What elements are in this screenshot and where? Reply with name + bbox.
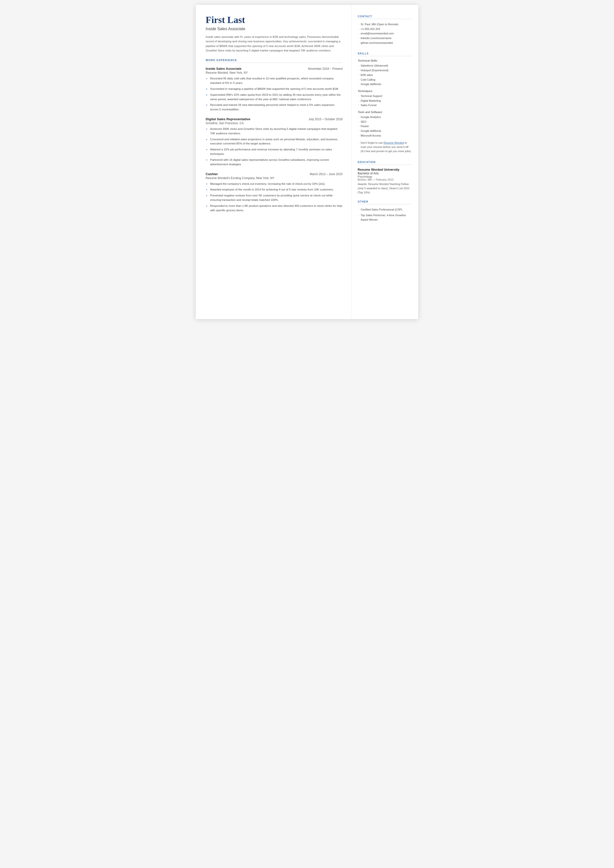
job-dates-2: July 2015 – October 2018	[309, 118, 343, 121]
skill-tool-4: Microsoft Access	[358, 133, 412, 138]
bullet-3-3: Prevented negative reviews from over 5K …	[206, 193, 343, 202]
job-header-1: Inside Sales Associate November 2018 – P…	[206, 67, 343, 70]
techniques-list: Technical Support Digital Marketing Sale…	[358, 94, 412, 107]
rw-note: Don't forget to use Resume Worded to sca…	[358, 141, 412, 153]
job-title-2: Digital Sales Representative	[206, 117, 250, 121]
skills-section: Technical Skills: Salesforce (Advanced) …	[358, 59, 412, 153]
bullet-3-2: Awarded employee of the month in 2014 fo…	[206, 188, 343, 192]
bullet-1-1: Recorded 95 daily cold calls that result…	[206, 76, 343, 86]
skill-tech-t2: Sales Funnel	[358, 103, 412, 107]
skill-tech-t0: Technical Support	[358, 94, 412, 98]
job-company-3: Resume Worded's Exciting Company, New Yo…	[206, 176, 343, 180]
skill-tech-4: Google AdWords	[358, 82, 412, 87]
left-column: First Last Inside Sales Associate Inside…	[196, 5, 352, 319]
job-dates-3: March 2013 – June 2015	[310, 173, 343, 176]
job-bullets-1: Recorded 95 daily cold calls that result…	[206, 76, 343, 112]
techniques-label: Techniques:	[358, 90, 412, 93]
other-item-0: Certified Sales Professional (CSP).	[358, 207, 412, 212]
other-section: Certified Sales Professional (CSP). Top …	[358, 207, 412, 222]
edu-school: Resume Worded University	[358, 168, 412, 171]
skill-tech-2: B2B sales	[358, 73, 412, 78]
job-title-3: Cashier	[206, 172, 218, 176]
rw-note-prefix: Don't forget to use	[361, 141, 384, 144]
skill-tool-0: Google Analytics	[358, 115, 412, 120]
job-title: Inside Sales Associate	[206, 27, 343, 31]
edu-location-date: Boston, MA — February 2013	[358, 178, 412, 181]
bullet-3-1: Managed the company's check-out inventor…	[206, 182, 343, 186]
other-list: Certified Sales Professional (CSP). Top …	[358, 207, 412, 222]
skill-tool-2: Pardot	[358, 124, 412, 129]
bullet-1-2: Succeeded in managing a pipeline of $800…	[206, 87, 343, 91]
other-item-1: Top Sales Performer, 4-time Growthsi Awa…	[358, 213, 412, 222]
bullet-1-4: Recruited and trained 28 new telemarketi…	[206, 103, 343, 112]
edu-awards: Awards: Resume Worded Teaching Fellow (o…	[358, 182, 412, 194]
skill-tech-t1: Digital Marketing	[358, 98, 412, 103]
job-company-2: Growthsi, San Francisco, CA	[206, 121, 343, 125]
job-company-1: Resume Worded, New York, NY	[206, 71, 343, 75]
bullet-3-4: Responded to more than 1.8K product ques…	[206, 204, 343, 213]
job-block-1: Inside Sales Associate November 2018 – P…	[206, 67, 343, 112]
job-block-3: Cashier March 2013 – June 2015 Resume Wo…	[206, 172, 343, 213]
skills-section-header: SKILLS	[358, 52, 412, 56]
education-section-header: EDUCATION	[358, 160, 412, 165]
right-column: CONTACT St. Paul, MN (Open to Remote) +1…	[352, 5, 418, 319]
job-dates-1: November 2018 – Present	[308, 67, 343, 70]
bullet-2-1: Achieved 300K clicks and Growthsi Store …	[206, 127, 343, 136]
other-section-header: OTHER	[358, 200, 412, 204]
job-bullets-2: Achieved 300K clicks and Growthsi Store …	[206, 127, 343, 167]
job-title-1: Inside Sales Associate	[206, 67, 242, 70]
bullet-2-3: Attained a 15% job performance and reven…	[206, 148, 343, 156]
technical-skills-list: Salesforce (Advanced) Hubspot (Experienc…	[358, 63, 412, 86]
skill-tech-3: Cold Calling	[358, 78, 412, 82]
tools-label: Tools and Software:	[358, 110, 412, 114]
job-header-3: Cashier March 2013 – June 2015	[206, 172, 343, 176]
contact-item-1: +1-555-252-333	[358, 27, 412, 31]
summary-text: Inside sales associate with 9+ years of …	[206, 35, 343, 53]
job-block-2: Digital Sales Representative July 2015 –…	[206, 117, 343, 167]
tools-list: Google Analytics SEO Pardot Google AdWor…	[358, 115, 412, 138]
contact-section-header: CONTACT	[358, 15, 412, 19]
rw-link[interactable]: Resume Worded	[384, 141, 404, 144]
contact-item-4: github.com/resumeworded	[358, 40, 412, 45]
education-section: Resume Worded University Bachelor of Art…	[358, 168, 412, 194]
bullet-2-4: Partnered with 16 digital sales represen…	[206, 158, 343, 167]
skill-tech-0: Salesforce (Advanced)	[358, 63, 412, 68]
contact-item-0: St. Paul, MN (Open to Remote)	[358, 22, 412, 27]
contact-item-2: email@resumeworded.com	[358, 31, 412, 36]
candidate-name: First Last	[206, 15, 343, 25]
bullet-2-2: Conceived and initiated sales projection…	[206, 137, 343, 146]
bullet-1-3: Superseded RW's 32% sales quota from 201…	[206, 93, 343, 102]
work-experience-section-header: WORK EXPERIENCE	[206, 59, 343, 63]
technical-skills-label: Technical Skills:	[358, 59, 412, 62]
skill-tech-1: Hubspot (Experienced)	[358, 68, 412, 73]
skill-tool-1: SEO	[358, 120, 412, 124]
contact-list: St. Paul, MN (Open to Remote) +1-555-252…	[358, 22, 412, 45]
skill-tool-3: Google AdWords	[358, 129, 412, 133]
edu-field: Psychology	[358, 175, 412, 178]
job-bullets-3: Managed the company's check-out inventor…	[206, 182, 343, 213]
contact-item-3: linkedin.com/in/username	[358, 36, 412, 40]
resume-page: First Last Inside Sales Associate Inside…	[196, 5, 418, 319]
edu-degree: Bachelor of Arts	[358, 172, 412, 175]
job-header-2: Digital Sales Representative July 2015 –…	[206, 117, 343, 121]
